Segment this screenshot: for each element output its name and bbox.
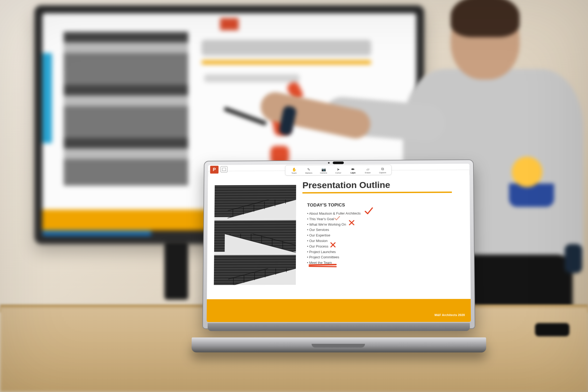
laptop-hinge (208, 323, 470, 331)
pen-checkmark (364, 207, 374, 216)
tool-label: Capture (375, 171, 390, 174)
tool-label: Lápiz (346, 171, 360, 174)
slide-canvas[interactable]: Presentation Outline TODAY'S TOPICS Abou… (207, 175, 471, 322)
slide-subhead: TODAY'S TOPICS (307, 202, 345, 208)
svg-line-19 (228, 268, 296, 285)
tool-eraser[interactable]: ▱ Eraser (361, 166, 375, 174)
pen-x-mark (330, 242, 336, 248)
capture-icon: ⧉ (375, 167, 390, 171)
pen-checkmark-small (334, 216, 340, 221)
tool-label: Touch (287, 172, 301, 174)
slide-image-stairwell (214, 185, 296, 285)
exit-slideshow-button[interactable] (221, 166, 227, 173)
slide-footer-bar: M&F Architects 2020 (207, 299, 471, 322)
tool-label: Camera (317, 172, 331, 174)
tool-label: Markers (302, 172, 316, 174)
slide-title: Presentation Outline (302, 180, 390, 190)
tool-capture[interactable]: ⧉ Capture (375, 166, 390, 174)
topic-item: Our Expertise (307, 233, 361, 238)
tool-pen[interactable]: ✏ Lápiz (346, 166, 360, 174)
topic-item: Project Committees (307, 255, 361, 260)
annotation-toolbox: ✋ Touch ✎ Markers 📷 Camera ➤ (285, 165, 392, 176)
pen-x-mark (349, 220, 355, 226)
tool-touch[interactable]: ✋ Touch (287, 167, 301, 174)
laptop-base (191, 337, 486, 352)
laptop-screen: P ✋ Touch ✎ Markers 📷 Camera (207, 164, 471, 322)
marker-icon: ✎ (302, 167, 316, 172)
tool-cursor[interactable]: ➤ Cursor (331, 166, 345, 174)
svg-marker-18 (228, 268, 296, 285)
wall-display-stand (164, 241, 188, 300)
staircase-icon (227, 199, 296, 221)
remote-control (535, 323, 569, 336)
webcam-cover (333, 162, 344, 164)
topic-item: Meet the Team (307, 260, 361, 266)
topic-item: Our Services (307, 227, 361, 233)
slide-footer-text: M&F Architects 2020 (435, 313, 465, 316)
powerpoint-logo-icon: P (210, 166, 219, 174)
eraser-icon: ▱ (361, 167, 375, 171)
staircase-icon (228, 268, 296, 285)
topic-item: Project Launches (307, 249, 361, 255)
tool-markers[interactable]: ✎ Markers (302, 167, 316, 174)
pen-icon: ✏ (346, 167, 360, 172)
staircase-icon (225, 234, 296, 255)
pen-underline (309, 264, 337, 266)
tool-camera[interactable]: 📷 Camera (317, 166, 331, 174)
tool-label: Cursor (331, 172, 345, 174)
presenter-toolbar: P ✋ Touch ✎ Markers 📷 Camera (208, 164, 470, 176)
camera-icon: 📷 (317, 167, 331, 172)
cursor-icon: ➤ (331, 167, 345, 172)
laptop: P ✋ Touch ✎ Markers 📷 Camera (203, 159, 474, 342)
tool-label: Eraser (361, 171, 375, 174)
slide-title-underline (302, 191, 452, 193)
hand-icon: ✋ (287, 167, 301, 172)
